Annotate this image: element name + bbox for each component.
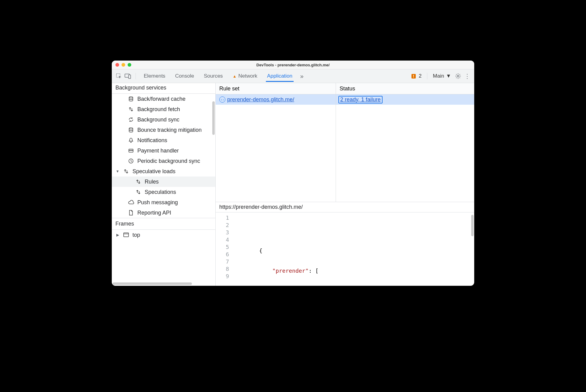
detail-url: https://prerender-demos.glitch.me/: [216, 202, 474, 212]
tab-network[interactable]: Network: [228, 71, 262, 82]
transfer-icon: [135, 189, 142, 195]
more-tabs-button[interactable]: »: [298, 72, 306, 80]
sidebar-item-reporting-api[interactable]: Reporting API: [112, 208, 215, 218]
application-main-panel: Rule set Status ‹› prerender-demos.glitc…: [216, 83, 474, 286]
database-icon: [128, 127, 134, 133]
sidebar-item-notifications[interactable]: Notifications: [112, 135, 215, 145]
ruleset-source-icon: ‹›: [219, 96, 225, 103]
issues-counter[interactable]: ! 2: [410, 73, 424, 79]
bell-icon: [128, 138, 134, 143]
detail-vertical-scrollbar[interactable]: [471, 215, 474, 236]
ruleset-status-link[interactable]: 2 ready, 1 failure: [338, 96, 383, 103]
target-label: Main: [433, 73, 444, 79]
svg-point-5: [129, 128, 133, 129]
sidebar-item-bounce-tracking[interactable]: Bounce tracking mitigation: [112, 125, 215, 135]
source-text[interactable]: { "prerender": [ { "source": "list", "ur…: [231, 212, 474, 286]
clock-icon: [128, 158, 134, 164]
window-titlebar: DevTools - prerender-demos.glitch.me/: [112, 61, 474, 69]
issues-count: 2: [419, 73, 422, 79]
tab-console[interactable]: Console: [171, 71, 198, 82]
devtools-body: Cache storage Background services Back/f…: [112, 83, 474, 286]
svg-rect-7: [129, 150, 133, 151]
section-frames[interactable]: Frames: [112, 218, 215, 230]
ruleset-grid: Rule set Status ‹› prerender-demos.glitc…: [216, 83, 474, 202]
devtools-window: DevTools - prerender-demos.glitch.me/ El…: [112, 61, 474, 286]
window-title: DevTools - prerender-demos.glitch.me/: [112, 63, 474, 67]
target-selector[interactable]: Main ▼: [431, 73, 453, 79]
document-icon: [128, 210, 134, 215]
transfer-icon: [128, 107, 134, 112]
sidebar-item-payment-handler[interactable]: Payment handler: [112, 145, 215, 156]
column-ruleset[interactable]: Rule set: [216, 83, 336, 94]
sidebar-item-speculative-loads[interactable]: ▼ Speculative loads: [112, 166, 215, 177]
sidebar-item-label: Background sync: [137, 117, 179, 123]
sidebar-item-label: Background fetch: [137, 106, 180, 113]
toolbar-separator: [427, 73, 427, 79]
cloud-icon: [128, 200, 134, 205]
credit-card-icon: [128, 148, 134, 153]
svg-rect-9: [124, 233, 129, 237]
transfer-icon: [123, 169, 129, 174]
sidebar-item-bfcache[interactable]: Back/forward cache: [112, 94, 215, 104]
svg-rect-2: [129, 75, 131, 79]
kebab-menu-button[interactable]: ⋮: [463, 72, 471, 80]
ruleset-detail-panel: https://prerender-demos.glitch.me/ 12345…: [216, 202, 474, 286]
svg-point-4: [129, 97, 133, 98]
application-sidebar: Cache storage Background services Back/f…: [112, 83, 216, 286]
sidebar-item-label: Speculations: [145, 189, 176, 195]
settings-button[interactable]: [454, 72, 462, 80]
sidebar-item-frame-top[interactable]: ▶ top: [112, 230, 215, 240]
tab-elements[interactable]: Elements: [139, 71, 170, 82]
sidebar-item-label: Speculative loads: [132, 168, 175, 175]
sidebar-item-background-sync[interactable]: Background sync: [112, 114, 215, 125]
sidebar-item-background-fetch[interactable]: Background fetch: [112, 104, 215, 114]
chevron-down-icon: ▼: [446, 73, 451, 79]
sidebar-item-label: Notifications: [137, 137, 167, 144]
transfer-icon: [135, 179, 142, 184]
database-icon: [128, 96, 134, 102]
toolbar-separator: [136, 73, 136, 79]
section-background-services[interactable]: Background services: [112, 83, 215, 94]
grid-header: Rule set Status: [216, 83, 474, 94]
devtools-toolbar: Elements Console Sources Network Applica…: [112, 69, 474, 83]
svg-point-3: [457, 75, 459, 77]
sidebar-item-label: Rules: [145, 179, 159, 185]
issues-badge-icon: !: [411, 74, 416, 79]
inspect-element-button[interactable]: [115, 72, 123, 80]
line-gutter: 123456789: [216, 212, 231, 286]
sidebar-item-label: top: [132, 232, 140, 238]
window-icon: [123, 233, 129, 237]
expand-arrow-icon: ▼: [115, 169, 120, 173]
sidebar-item-label: Bounce tracking mitigation: [137, 127, 202, 133]
sidebar-item-label: Reporting API: [137, 210, 171, 216]
grid-empty-area: [216, 105, 474, 202]
device-toolbar-button[interactable]: [124, 72, 132, 80]
ruleset-source-code[interactable]: 123456789 { "prerender": [ { "source": "…: [216, 212, 474, 286]
tab-sources[interactable]: Sources: [199, 71, 227, 82]
collapse-arrow-icon: ▶: [115, 233, 120, 237]
sidebar-item-label: Periodic background sync: [137, 158, 200, 164]
sidebar-item-speculations[interactable]: Speculations: [112, 187, 215, 197]
sidebar-horizontal-scrollbar[interactable]: [113, 282, 192, 285]
sidebar-item-label: Push messaging: [137, 199, 178, 206]
sidebar-item-rules[interactable]: Rules: [112, 177, 215, 187]
ruleset-link[interactable]: prerender-demos.glitch.me/: [227, 96, 294, 103]
sidebar-item-label: Back/forward cache: [137, 96, 185, 102]
tab-application[interactable]: Application: [263, 71, 297, 82]
sidebar-item-label: Payment handler: [137, 148, 179, 154]
sidebar-item-periodic-sync[interactable]: Periodic background sync: [112, 156, 215, 166]
sidebar-vertical-scrollbar[interactable]: [212, 101, 215, 135]
column-status[interactable]: Status: [336, 83, 474, 94]
ruleset-row[interactable]: ‹› prerender-demos.glitch.me/ 2 ready, 1…: [216, 94, 474, 105]
sidebar-item-push-messaging[interactable]: Push messaging: [112, 197, 215, 208]
sync-icon: [128, 117, 134, 122]
